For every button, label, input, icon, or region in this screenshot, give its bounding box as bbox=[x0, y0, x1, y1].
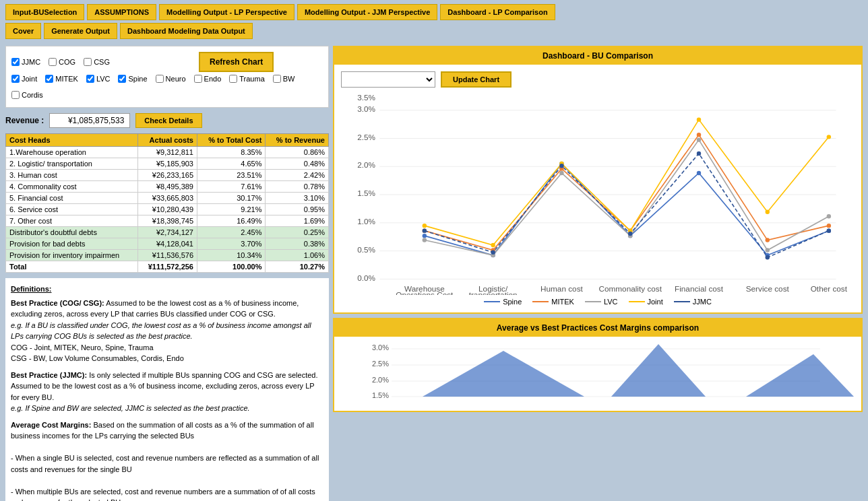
definitions-title: Definitions: bbox=[11, 283, 323, 295]
chart-axes: 0.0% 0.5% 1.0% 1.5% 2.0% 2.5% 3.0% 3.5% bbox=[357, 93, 848, 295]
def-section-2: Best Practice (JJMC): Is only selected i… bbox=[11, 370, 323, 414]
update-chart-button[interactable]: Update Chart bbox=[441, 71, 512, 88]
svg-text:Financial cost: Financial cost bbox=[675, 284, 724, 293]
svg-point-58 bbox=[827, 228, 831, 232]
checkbox-lvc[interactable]: LVC bbox=[86, 75, 111, 83]
svg-text:0.5%: 0.5% bbox=[357, 245, 375, 254]
cost-table: Cost Heads Actual costs % to Total Cost … bbox=[5, 133, 329, 273]
svg-text:Other cost: Other cost bbox=[811, 284, 848, 293]
line-chart-area: 0.0% 0.5% 1.0% 1.5% 2.0% 2.5% 3.0% 3.5% bbox=[341, 93, 855, 295]
svg-point-28 bbox=[697, 171, 701, 175]
legend-mitek: MITEK bbox=[532, 298, 574, 306]
svg-text:2.0%: 2.0% bbox=[357, 160, 375, 169]
svg-text:1.5%: 1.5% bbox=[372, 391, 389, 399]
svg-marker-67 bbox=[423, 351, 584, 397]
dashboard-bu-inner: Update Chart 0.0% 0.5% 1.0% 1.5% 2.0% 2.… bbox=[334, 65, 861, 312]
def-section-3: Average Cost Margins: Based on the summa… bbox=[11, 420, 323, 502]
dashboard-bu-title: Dashboard - BU Comparison bbox=[334, 47, 861, 65]
svg-point-45 bbox=[423, 224, 427, 228]
line-chart-svg: 0.0% 0.5% 1.0% 1.5% 2.0% 2.5% 3.0% 3.5% bbox=[341, 93, 855, 295]
legend-jjmc: JJMC bbox=[674, 298, 712, 306]
svg-text:1.5%: 1.5% bbox=[357, 189, 375, 197]
checkbox-trauma[interactable]: Trauma bbox=[229, 75, 265, 83]
svg-text:1.0%: 1.0% bbox=[357, 217, 375, 226]
revenue-label: Revenue : bbox=[5, 116, 44, 125]
legend-lvc-line bbox=[585, 301, 601, 302]
svg-text:0.0%: 0.0% bbox=[357, 273, 375, 282]
col-header-pct-total: % to Total Cost bbox=[197, 134, 266, 147]
checkbox-joint[interactable]: Joint bbox=[11, 75, 37, 83]
svg-point-35 bbox=[697, 133, 701, 137]
table-row: 5. Financial cost ¥33,665,803 30.17% 3.1… bbox=[6, 193, 329, 204]
nav-modelling-jjm[interactable]: Modelling Output - JJM Perspective bbox=[297, 4, 437, 20]
checkbox-spine[interactable]: Spine bbox=[118, 75, 147, 83]
svg-point-44 bbox=[827, 214, 831, 218]
table-row: 2. Logistic/ transportation ¥5,185,903 4… bbox=[6, 158, 329, 170]
table-row: Distributor's doubtful debts ¥2,734,127 … bbox=[6, 227, 329, 238]
svg-point-56 bbox=[697, 152, 701, 156]
top-navigation: Input-BUSelection ASSUMPTIONS Modelling … bbox=[0, 0, 868, 39]
checkbox-row-1: JJMC COG CSG Refresh Chart bbox=[11, 52, 323, 72]
svg-text:Operations Cost: Operations Cost bbox=[396, 290, 454, 295]
checkbox-csg[interactable]: CSG bbox=[84, 58, 110, 66]
col-header-cost-heads: Cost Heads bbox=[6, 134, 138, 147]
svg-text:2.0%: 2.0% bbox=[372, 376, 389, 384]
svg-text:3.0%: 3.0% bbox=[357, 104, 375, 113]
svg-point-42 bbox=[697, 137, 701, 141]
legend-spine-label: Spine bbox=[503, 298, 522, 306]
legend-lvc: LVC bbox=[585, 298, 618, 306]
svg-point-43 bbox=[766, 248, 770, 252]
chart-dropdown[interactable] bbox=[341, 71, 435, 88]
svg-point-24 bbox=[423, 234, 427, 238]
svg-text:2.5%: 2.5% bbox=[372, 360, 389, 368]
table-row: 4. Commonality cost ¥8,495,389 7.61% 0.7… bbox=[6, 181, 329, 193]
table-total-row: Total ¥111,572,256 100.00% 10.27% bbox=[6, 261, 329, 273]
table-row: 1.Warehouse operation ¥9,312,811 8.35% 0… bbox=[6, 147, 329, 158]
checkbox-cog[interactable]: COG bbox=[49, 58, 75, 66]
checkbox-jjmc[interactable]: JJMC bbox=[11, 58, 40, 66]
def-section-1: Best Practice (COG/ CSG): Assumed to be … bbox=[11, 298, 323, 364]
legend-joint-line bbox=[629, 301, 645, 302]
col-header-pct-revenue: % to Revenue bbox=[266, 134, 329, 147]
svg-text:2.5%: 2.5% bbox=[357, 133, 375, 141]
legend-spine: Spine bbox=[484, 298, 522, 306]
legend-spine-line bbox=[484, 301, 500, 302]
nav-dashboard-modeling[interactable]: Dashboard Modeling Data Output bbox=[120, 23, 253, 39]
legend-joint: Joint bbox=[629, 298, 663, 306]
nav-generate-output[interactable]: Generate Output bbox=[44, 23, 117, 39]
checkbox-mitek[interactable]: MITEK bbox=[45, 75, 78, 83]
svg-text:3.0%: 3.0% bbox=[372, 343, 389, 352]
checkbox-neuro[interactable]: Neuro bbox=[156, 75, 186, 83]
svg-point-53 bbox=[491, 250, 495, 255]
legend-mitek-label: MITEK bbox=[551, 298, 574, 306]
checkbox-endo[interactable]: Endo bbox=[194, 75, 222, 83]
definitions-area: Definitions: Best Practice (COG/ CSG): A… bbox=[5, 278, 329, 501]
table-row: Provision for bad debts ¥4,128,041 3.70%… bbox=[6, 238, 329, 250]
svg-point-36 bbox=[766, 238, 770, 242]
nav-dashboard-lp[interactable]: Dashboard - LP Comparison bbox=[440, 4, 555, 20]
checkbox-area: JJMC COG CSG Refresh Chart Joint bbox=[5, 46, 329, 108]
legend-lvc-label: LVC bbox=[604, 298, 618, 306]
avg-best-svg: 1.5% 2.0% 2.5% 3.0% bbox=[338, 341, 857, 401]
checkbox-bw[interactable]: BW bbox=[273, 75, 295, 83]
legend-jjmc-label: JJMC bbox=[693, 298, 712, 306]
nav-input-bu-selection[interactable]: Input-BUSelection bbox=[5, 4, 84, 20]
checkbox-cordis[interactable]: Cordis bbox=[11, 91, 43, 99]
svg-text:3.5%: 3.5% bbox=[357, 93, 375, 102]
nav-cover[interactable]: Cover bbox=[5, 23, 41, 39]
refresh-chart-button[interactable]: Refresh Chart bbox=[199, 52, 274, 72]
table-row: 3. Human cost ¥26,233,165 23.51% 2.42% bbox=[6, 170, 329, 181]
svg-point-49 bbox=[697, 117, 701, 121]
chart-controls: Update Chart bbox=[341, 71, 855, 88]
check-details-button[interactable]: Check Details bbox=[135, 113, 202, 128]
svg-point-51 bbox=[827, 135, 831, 139]
nav-assumptions[interactable]: ASSUMPTIONS bbox=[87, 4, 156, 20]
right-panel: Dashboard - BU Comparison Update Chart 0… bbox=[333, 46, 863, 501]
dashboard-bu-chart: Dashboard - BU Comparison Update Chart 0… bbox=[333, 46, 863, 314]
svg-point-46 bbox=[491, 243, 495, 247]
svg-marker-69 bbox=[746, 354, 854, 397]
nav-modelling-lp[interactable]: Modelling Output - LP Perspective bbox=[159, 4, 294, 20]
nav-row-1: Input-BUSelection ASSUMPTIONS Modelling … bbox=[5, 4, 863, 20]
left-panel: JJMC COG CSG Refresh Chart Joint bbox=[5, 46, 329, 501]
avg-best-chart: Average vs Best Practices Cost Margins c… bbox=[333, 318, 863, 412]
